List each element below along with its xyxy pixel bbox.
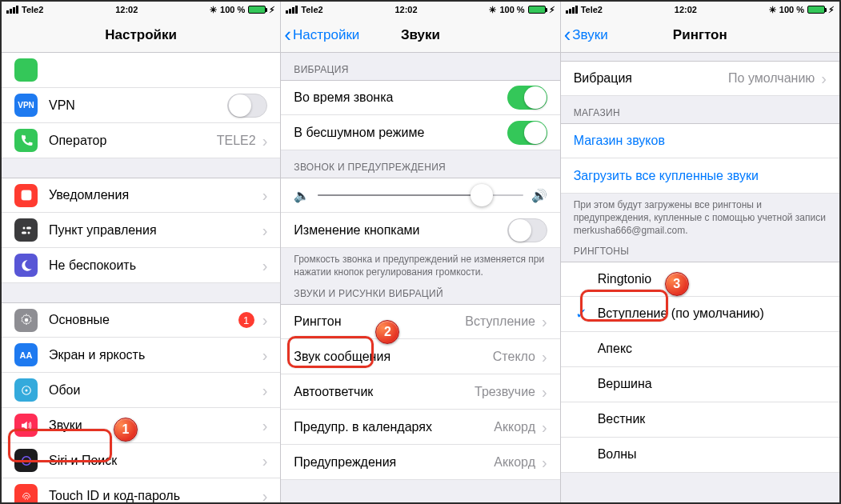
row-notifications[interactable]: Уведомления › bbox=[2, 178, 280, 213]
row-value: Стекло bbox=[493, 350, 535, 364]
carrier-label: Tele2 bbox=[22, 5, 43, 14]
chevron-right-icon: › bbox=[542, 384, 547, 400]
notifications-icon bbox=[14, 184, 38, 207]
battery-label: 100 % bbox=[779, 5, 804, 14]
row-label: Звуки bbox=[49, 418, 259, 433]
row-unknown-top[interactable] bbox=[2, 53, 280, 88]
row-label: Изменение кнопками bbox=[294, 223, 507, 238]
row-label: Загрузить все купленные звуки bbox=[574, 169, 827, 183]
row-sounds[interactable]: Звуки › bbox=[2, 408, 280, 443]
row-label: Волны bbox=[598, 447, 827, 462]
ringtone-item[interactable]: ✓ Вступление (по умолчанию) bbox=[561, 297, 839, 332]
bluetooth-icon: ✳︎ bbox=[210, 5, 217, 15]
status-bar: Tele2 12:02 ✳︎100 %⚡︎ bbox=[2, 2, 280, 18]
header-sounds-patterns: ЗВУКИ И РИСУНКИ ВИБРАЦИЙ bbox=[281, 285, 559, 304]
siri-icon bbox=[14, 449, 38, 472]
row-calendar[interactable]: Предупр. в календарях Аккорд › bbox=[281, 410, 559, 445]
bluetooth-icon: ✳︎ bbox=[489, 5, 496, 15]
vpn-icon: VPN bbox=[14, 94, 38, 117]
navbar: Настройки bbox=[2, 18, 280, 53]
row-vibe-silent[interactable]: В бесшумном режиме bbox=[281, 115, 559, 150]
wallpaper-icon bbox=[14, 378, 38, 402]
row-value: Трезвучие bbox=[475, 385, 535, 399]
header-ringer: ЗВОНОК И ПРЕДУПРЕЖДЕНИЯ bbox=[281, 150, 559, 178]
row-download-all[interactable]: Загрузить все купленные звуки bbox=[561, 158, 839, 194]
step-badge-1: 1 bbox=[114, 418, 138, 442]
row-ringtone[interactable]: Рингтон Вступление › bbox=[281, 304, 559, 339]
battery-icon bbox=[807, 6, 825, 14]
signal-icon bbox=[286, 6, 298, 14]
row-vibe-ring[interactable]: Во время звонка bbox=[281, 80, 559, 115]
battery-label: 100 % bbox=[220, 5, 245, 14]
row-label: Магазин звуков bbox=[574, 134, 827, 148]
status-bar: Tele2 12:02 ✳︎100 %⚡︎ bbox=[561, 2, 839, 18]
volume-slider[interactable] bbox=[318, 194, 523, 196]
fingerprint-icon bbox=[14, 484, 38, 502]
vibe-silent-toggle[interactable] bbox=[507, 121, 547, 145]
ringtone-item[interactable]: Вестник bbox=[561, 402, 839, 438]
charging-icon: ⚡︎ bbox=[549, 5, 555, 15]
row-voicemail[interactable]: Автоответчик Трезвучие › bbox=[281, 374, 559, 410]
row-volume-buttons[interactable]: Изменение кнопками bbox=[281, 213, 559, 248]
screen-sounds: Tele2 12:02 ✳︎100 %⚡︎ ‹Настройки Звуки В… bbox=[280, 2, 559, 502]
screen-ringtone: Tele2 12:02 ✳︎100 %⚡︎ ‹Звуки Рингтон Виб… bbox=[560, 2, 839, 502]
back-button[interactable]: ‹Звуки bbox=[564, 18, 608, 52]
header-vibration: ВИБРАЦИЯ bbox=[281, 53, 559, 80]
row-value: Вступление bbox=[465, 314, 535, 329]
row-label: Вершина bbox=[598, 377, 827, 391]
vpn-toggle[interactable] bbox=[227, 94, 267, 118]
row-operator[interactable]: Оператор TELE2 › bbox=[2, 123, 280, 158]
row-vpn[interactable]: VPN VPN bbox=[2, 88, 280, 123]
ringtone-item[interactable]: Апекс bbox=[561, 332, 839, 367]
row-label: Ringtonio bbox=[598, 272, 827, 286]
ringtone-item[interactable]: Вершина bbox=[561, 367, 839, 402]
battery-icon bbox=[248, 6, 266, 14]
row-tone-store[interactable]: Магазин звуков bbox=[561, 123, 839, 158]
chevron-left-icon: ‹ bbox=[564, 22, 571, 47]
back-button[interactable]: ‹Настройки bbox=[284, 18, 359, 52]
row-siri[interactable]: Siri и Поиск › bbox=[2, 443, 280, 478]
ringtone-item[interactable]: Волны bbox=[561, 438, 839, 473]
chevron-right-icon: › bbox=[262, 382, 268, 398]
signal-icon bbox=[6, 6, 18, 14]
row-label: Звук сообщения bbox=[294, 350, 492, 364]
row-label: Предупреждения bbox=[294, 455, 494, 470]
chevron-right-icon: › bbox=[262, 347, 268, 363]
row-display[interactable]: AA Экран и яркость › bbox=[2, 338, 280, 373]
ringtone-item[interactable]: Ringtonio bbox=[561, 262, 839, 297]
moon-icon bbox=[14, 254, 38, 277]
row-dnd[interactable]: Не беспокоить › bbox=[2, 248, 280, 283]
vibe-ring-toggle[interactable] bbox=[507, 86, 547, 110]
volume-slider-row[interactable]: 🔈 🔊 bbox=[281, 178, 559, 213]
row-vibration[interactable]: Вибрация По умолчанию › bbox=[561, 61, 839, 96]
svg-rect-0 bbox=[22, 190, 31, 200]
row-label: Вестник bbox=[598, 412, 827, 426]
update-badge: 1 bbox=[238, 312, 254, 328]
svg-point-8 bbox=[25, 389, 27, 391]
row-label: Не беспокоить bbox=[49, 258, 259, 273]
display-icon: AA bbox=[14, 343, 38, 366]
row-label: Вибрация bbox=[574, 71, 728, 86]
svg-point-2 bbox=[22, 226, 25, 229]
row-wallpaper[interactable]: Обои › bbox=[2, 373, 280, 408]
page-title: Звуки bbox=[401, 27, 440, 43]
row-label: Апекс bbox=[598, 342, 827, 356]
row-label: Siri и Поиск bbox=[49, 454, 259, 468]
volume-buttons-toggle[interactable] bbox=[507, 218, 547, 242]
row-touchid[interactable]: Touch ID и код-пароль › bbox=[2, 478, 280, 502]
row-general[interactable]: Основные 1 › bbox=[2, 302, 280, 338]
row-label: VPN bbox=[49, 98, 227, 113]
charging-icon: ⚡︎ bbox=[828, 5, 835, 15]
header-store: МАГАЗИН bbox=[561, 96, 839, 123]
row-reminders[interactable]: Предупреждения Аккорд › bbox=[281, 445, 559, 480]
row-text-tone[interactable]: Звук сообщения Стекло › bbox=[281, 339, 559, 374]
phone-icon bbox=[14, 129, 38, 152]
volume-high-icon: 🔊 bbox=[531, 188, 547, 203]
row-value: По умолчанию bbox=[728, 71, 815, 86]
carrier-label: Tele2 bbox=[301, 5, 322, 14]
chevron-right-icon: › bbox=[542, 419, 547, 435]
row-control-center[interactable]: Пункт управления › bbox=[2, 213, 280, 248]
chevron-right-icon: › bbox=[262, 488, 268, 503]
row-label: Предупр. в календарях bbox=[294, 420, 494, 434]
chevron-right-icon: › bbox=[262, 312, 268, 328]
